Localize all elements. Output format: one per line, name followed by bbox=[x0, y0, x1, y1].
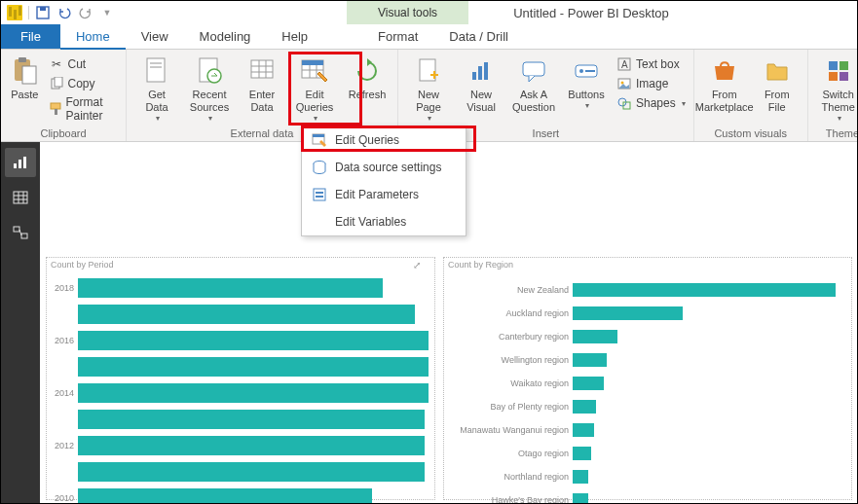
refresh-label: Refresh bbox=[349, 89, 387, 101]
dd-data-source-settings[interactable]: Data source settings bbox=[302, 154, 466, 181]
paste-icon bbox=[9, 55, 40, 87]
bar[interactable] bbox=[78, 462, 425, 482]
bar[interactable] bbox=[78, 488, 372, 504]
bar[interactable] bbox=[573, 423, 594, 437]
svg-rect-6 bbox=[55, 77, 62, 87]
new-visual-label: New Visual bbox=[466, 89, 496, 114]
image-button[interactable]: Image bbox=[615, 75, 688, 92]
get-data-icon bbox=[141, 55, 172, 87]
bar[interactable] bbox=[573, 470, 588, 484]
undo-icon[interactable] bbox=[56, 5, 72, 20]
tab-modeling[interactable]: Modeling bbox=[184, 24, 267, 49]
new-visual-button[interactable]: New Visual bbox=[457, 52, 505, 114]
bar[interactable] bbox=[78, 278, 383, 298]
bar[interactable] bbox=[573, 447, 591, 460]
edit-queries-button[interactable]: Edit Queries bbox=[290, 52, 339, 124]
ask-question-icon bbox=[518, 55, 549, 87]
tab-help[interactable]: Help bbox=[266, 24, 323, 49]
tab-data-drill[interactable]: Data / Drill bbox=[433, 24, 524, 49]
visual-count-by-region[interactable]: Count by Region New ZealandAuckland regi… bbox=[443, 257, 852, 500]
marketplace-label: From Marketplace bbox=[695, 89, 754, 114]
tab-file[interactable]: File bbox=[1, 24, 60, 49]
switch-theme-button[interactable]: Switch Theme bbox=[814, 52, 858, 124]
svg-rect-27 bbox=[484, 62, 488, 80]
text-box-icon: A bbox=[616, 56, 632, 72]
svg-rect-1 bbox=[40, 7, 46, 11]
svg-rect-57 bbox=[21, 234, 27, 238]
new-page-button[interactable]: New Page bbox=[404, 52, 453, 124]
svg-rect-43 bbox=[313, 134, 324, 137]
ribbon-tabs: File Home View Modeling Help Format Data… bbox=[1, 24, 857, 50]
bar[interactable] bbox=[573, 330, 617, 343]
from-marketplace-button[interactable]: From Marketplace bbox=[700, 52, 749, 114]
get-data-button[interactable]: Get Data bbox=[132, 52, 181, 124]
visual-title-right: Count by Region bbox=[444, 258, 851, 271]
tab-view[interactable]: View bbox=[126, 24, 184, 49]
bar-row: Auckland region bbox=[450, 303, 845, 324]
qat-customize-icon[interactable]: ▼ bbox=[99, 5, 115, 20]
svg-rect-7 bbox=[51, 103, 60, 109]
data-view-button[interactable] bbox=[5, 183, 36, 212]
recent-sources-button[interactable]: Recent Sources bbox=[185, 52, 234, 124]
svg-rect-11 bbox=[150, 66, 162, 68]
group-themes: Switch Theme Re Themes bbox=[808, 50, 858, 141]
svg-rect-40 bbox=[829, 72, 838, 81]
bar-row: 2012 bbox=[53, 433, 429, 457]
buttons-button[interactable]: Buttons bbox=[562, 52, 611, 111]
bar[interactable] bbox=[78, 436, 425, 455]
paste-button[interactable]: Paste bbox=[7, 52, 43, 101]
bar-row: Hawke's Bay region bbox=[450, 489, 845, 503]
svg-point-30 bbox=[579, 69, 583, 73]
bar[interactable] bbox=[78, 331, 429, 350]
dd-edit-parameters[interactable]: Edit Parameters bbox=[302, 181, 466, 208]
ask-question-label: Ask A Question bbox=[512, 89, 555, 114]
from-file-button[interactable]: From File bbox=[753, 52, 802, 114]
model-view-button[interactable] bbox=[5, 218, 36, 247]
save-icon[interactable] bbox=[35, 5, 51, 20]
text-box-button[interactable]: AText box bbox=[615, 55, 688, 73]
svg-rect-28 bbox=[523, 62, 544, 76]
report-view-button[interactable] bbox=[5, 148, 36, 177]
buttons-icon bbox=[571, 55, 602, 87]
bar[interactable] bbox=[573, 353, 607, 367]
redo-icon[interactable] bbox=[78, 5, 93, 20]
marketplace-icon bbox=[709, 55, 740, 87]
dd-edit-queries[interactable]: Edit Queries bbox=[302, 126, 466, 154]
refresh-button[interactable]: Refresh bbox=[343, 52, 392, 101]
bar-row bbox=[53, 459, 429, 484]
bar-row: 2014 bbox=[53, 380, 429, 405]
edit-queries-dropdown: Edit Queries Data source settings Edit P… bbox=[301, 126, 466, 236]
bar[interactable] bbox=[573, 283, 836, 297]
data-source-settings-icon bbox=[312, 160, 327, 175]
tab-home[interactable]: Home bbox=[60, 24, 126, 49]
tab-format[interactable]: Format bbox=[362, 24, 433, 49]
focus-mode-icon[interactable]: ⤢ bbox=[413, 260, 427, 273]
bar-row bbox=[53, 302, 429, 326]
y-axis-label: 2014 bbox=[53, 388, 78, 398]
new-page-icon bbox=[413, 55, 444, 87]
cut-button[interactable]: ✂Cut bbox=[47, 55, 121, 73]
ask-question-button[interactable]: Ask A Question bbox=[509, 52, 558, 114]
group-label-clipboard: Clipboard bbox=[7, 126, 120, 141]
recent-sources-icon bbox=[194, 55, 225, 87]
bar[interactable] bbox=[78, 410, 425, 429]
y-axis-label: Waikato region bbox=[450, 378, 573, 388]
svg-rect-9 bbox=[147, 58, 165, 82]
copy-button[interactable]: Copy bbox=[47, 75, 121, 92]
svg-rect-25 bbox=[472, 72, 476, 80]
format-painter-button[interactable]: Format Painter bbox=[47, 94, 121, 124]
bar[interactable] bbox=[78, 305, 415, 324]
bar[interactable] bbox=[573, 400, 596, 414]
app-logo-icon bbox=[7, 5, 22, 20]
bar[interactable] bbox=[573, 493, 588, 503]
bar[interactable] bbox=[573, 306, 683, 320]
enter-data-button[interactable]: Enter Data bbox=[238, 52, 286, 114]
dd-edit-variables[interactable]: Edit Variables bbox=[302, 208, 466, 235]
paste-label: Paste bbox=[11, 89, 38, 101]
shapes-button[interactable]: Shapes bbox=[615, 94, 688, 112]
bar[interactable] bbox=[573, 377, 604, 390]
group-label-themes: Themes bbox=[814, 126, 858, 141]
visual-count-by-period[interactable]: Count by Period ⤢ 20182016201420122010 bbox=[46, 257, 435, 500]
bar[interactable] bbox=[78, 357, 429, 377]
bar[interactable] bbox=[78, 383, 429, 403]
